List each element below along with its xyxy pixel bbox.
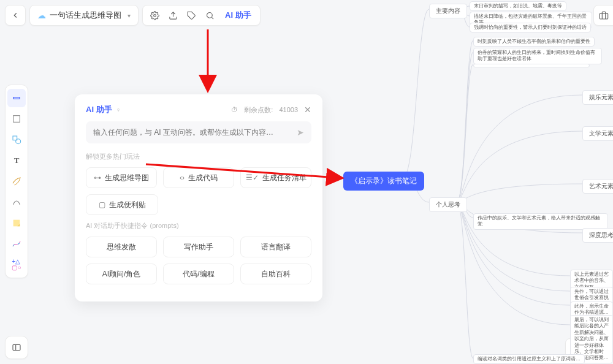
prompt-translate-button[interactable]: 语言翻译 [240, 237, 311, 257]
mindmap-node[interactable]: 主要内容 [429, 4, 467, 18]
points-icon: ⏱ [231, 106, 238, 113]
sticky-icon: ▢ [99, 200, 105, 209]
prompt-diverge-button[interactable]: 思维发散 [86, 237, 157, 257]
points-value: 41003 [279, 106, 298, 113]
mindmap-node[interactable]: 文学元素 [582, 126, 613, 141]
chip-label: 代码/编程 [183, 269, 214, 279]
chip-label: 生成思维导图 [105, 173, 149, 183]
prompt-writing-button[interactable]: 写作助手 [163, 237, 234, 257]
mindmap-node[interactable]: 强调时恰尚的重要性，警示人们要时刻保证神的话语 [470, 23, 591, 32]
template-mindmap-button[interactable]: ⊶ 生成思维导图 [86, 167, 157, 188]
points-label: 剩余点数: [244, 105, 273, 115]
section-templates-title: 解锁更多热门玩法 [86, 152, 311, 161]
close-icon[interactable]: ✕ [304, 105, 311, 115]
chip-label: 思维发散 [107, 242, 136, 252]
mindmap-node[interactable]: 作品中的娱乐、文学和艺术元素，给人带来舒适的观感触觉 [473, 213, 608, 230]
chip-label: 生成任务清单 [262, 173, 306, 183]
branch-icon: ⊶ [94, 173, 101, 182]
template-tasks-button[interactable]: ☰✓ 生成任务清单 [240, 167, 311, 188]
ai-input-wrap: ➤ [86, 121, 311, 143]
chip-label: 自助百科 [261, 269, 291, 279]
mindmap-root-node[interactable]: 《启示录》读书笔记 [343, 172, 424, 191]
mindmap-node[interactable]: 深度思考 [582, 228, 613, 243]
ai-assistant-panel: AI 助手 ♀ ⏱ 剩余点数: 41003 ✕ ➤ 解锁更多热门玩法 ⊶ 生成思… [75, 94, 322, 301]
mindmap-node[interactable]: 末日审判的描写，如旧洗、地震、毒疫等 [470, 1, 566, 11]
mindmap-node[interactable]: 时刻反映了人类不顾生态平衡的后果和信仰的重要性 [473, 37, 595, 47]
template-sticky-button[interactable]: ▢ 生成便利贴 [86, 194, 158, 215]
checklist-icon: ☰✓ [246, 173, 259, 182]
prompt-role-button[interactable]: AI顾问/角色 [86, 264, 157, 284]
mindmap-node[interactable]: 艺术元素 [582, 179, 613, 194]
mindmap-node[interactable] [473, 64, 590, 67]
mindmap-node[interactable]: 个人思考 [429, 197, 467, 212]
template-code-button[interactable]: ‹› 生成代码 [163, 167, 234, 188]
chip-label: 语言翻译 [261, 242, 291, 252]
ai-input[interactable] [93, 128, 292, 137]
chip-label: 生成代码 [188, 173, 218, 183]
mindmap-node[interactable]: 伯香的荣耀和人的生日的将来，重时间挨到生命价值有助于重现也是好在读者体 [473, 48, 602, 64]
prompt-coding-button[interactable]: 代码/编程 [163, 264, 234, 284]
mindmap-node[interactable]: 娱乐元素 [582, 90, 613, 105]
chip-label: 生成便利贴 [109, 200, 146, 210]
section-prompts-title: AI 对话助手快捷指令 (prompts) [86, 221, 311, 230]
mindmap-node[interactable]: 编读对名词类的引用通过原主义和上了原词语… [473, 354, 585, 364]
ai-panel-title: AI 助手 [86, 104, 112, 115]
ai-panel-sub-icon: ♀ [116, 106, 121, 113]
code-icon: ‹› [180, 173, 185, 182]
send-icon[interactable]: ➤ [297, 127, 304, 137]
prompt-wiki-button[interactable]: 自助百科 [240, 264, 311, 284]
chip-label: 写作助手 [184, 242, 213, 252]
chip-label: AI顾问/角色 [102, 269, 141, 279]
